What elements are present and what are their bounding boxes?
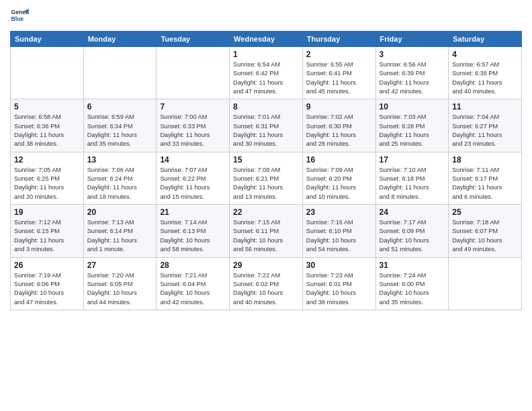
calendar-table: SundayMondayTuesdayWednesdayThursdayFrid… (10, 31, 522, 310)
day-number: 6 (87, 102, 153, 111)
day-number: 9 (306, 102, 372, 111)
day-number: 25 (452, 208, 518, 217)
calendar-day-cell: 9Sunrise: 7:02 AM Sunset: 6:30 PM Daylig… (302, 99, 375, 152)
day-info: Sunrise: 7:03 AM Sunset: 6:28 PM Dayligh… (380, 113, 445, 148)
day-number: 13 (87, 155, 153, 165)
day-info: Sunrise: 7:05 AM Sunset: 6:25 PM Dayligh… (14, 166, 80, 201)
day-info: Sunrise: 6:54 AM Sunset: 6:42 PM Dayligh… (233, 60, 299, 96)
day-info: Sunrise: 7:13 AM Sunset: 6:14 PM Dayligh… (87, 218, 153, 254)
day-info: Sunrise: 6:59 AM Sunset: 6:34 PM Dayligh… (87, 113, 153, 148)
day-number: 29 (233, 261, 299, 270)
calendar-day-cell: 8Sunrise: 7:01 AM Sunset: 6:31 PM Daylig… (230, 99, 303, 152)
day-number: 24 (380, 208, 445, 217)
calendar-week-row: 12Sunrise: 7:05 AM Sunset: 6:25 PM Dayli… (11, 152, 522, 204)
day-info: Sunrise: 7:19 AM Sunset: 6:06 PM Dayligh… (14, 271, 80, 307)
day-number: 28 (160, 261, 226, 270)
calendar-day-header: Wednesday (230, 32, 303, 47)
day-number: 17 (380, 155, 445, 165)
calendar-day-cell: 3Sunrise: 6:56 AM Sunset: 6:39 PM Daylig… (375, 47, 449, 99)
calendar-day-cell (11, 47, 84, 99)
calendar-week-row: 5Sunrise: 6:58 AM Sunset: 6:36 PM Daylig… (11, 99, 522, 152)
day-number: 12 (14, 155, 80, 165)
day-number: 4 (452, 50, 518, 59)
calendar-day-cell: 11Sunrise: 7:04 AM Sunset: 6:27 PM Dayli… (449, 99, 522, 152)
day-info: Sunrise: 7:23 AM Sunset: 6:01 PM Dayligh… (306, 271, 372, 307)
calendar-day-cell: 19Sunrise: 7:12 AM Sunset: 6:15 PM Dayli… (11, 205, 84, 257)
day-info: Sunrise: 7:14 AM Sunset: 6:13 PM Dayligh… (160, 218, 226, 254)
calendar-day-cell (157, 47, 230, 99)
day-info: Sunrise: 7:12 AM Sunset: 6:15 PM Dayligh… (14, 218, 80, 254)
day-number: 1 (233, 50, 299, 59)
calendar-day-cell: 17Sunrise: 7:10 AM Sunset: 6:18 PM Dayli… (375, 152, 449, 204)
day-number: 15 (233, 155, 299, 165)
day-info: Sunrise: 7:18 AM Sunset: 6:07 PM Dayligh… (452, 218, 518, 254)
calendar-day-header: Tuesday (157, 32, 230, 47)
calendar-day-cell: 1Sunrise: 6:54 AM Sunset: 6:42 PM Daylig… (230, 47, 303, 99)
day-number: 19 (14, 208, 80, 217)
day-info: Sunrise: 7:08 AM Sunset: 6:21 PM Dayligh… (233, 166, 299, 201)
day-info: Sunrise: 7:02 AM Sunset: 6:30 PM Dayligh… (306, 113, 372, 148)
header: General Blue (10, 7, 522, 26)
day-number: 18 (452, 155, 518, 165)
day-info: Sunrise: 7:01 AM Sunset: 6:31 PM Dayligh… (233, 113, 299, 148)
calendar-day-cell: 21Sunrise: 7:14 AM Sunset: 6:13 PM Dayli… (157, 205, 230, 257)
calendar-header-row: SundayMondayTuesdayWednesdayThursdayFrid… (11, 32, 522, 47)
calendar-day-cell: 22Sunrise: 7:15 AM Sunset: 6:11 PM Dayli… (230, 205, 303, 257)
day-number: 8 (233, 102, 299, 111)
calendar-day-cell: 27Sunrise: 7:20 AM Sunset: 6:05 PM Dayli… (83, 257, 157, 310)
day-number: 30 (306, 261, 372, 270)
calendar-day-header: Sunday (11, 32, 84, 47)
day-number: 7 (160, 102, 226, 111)
day-info: Sunrise: 7:15 AM Sunset: 6:11 PM Dayligh… (233, 218, 299, 254)
logo-icon: General Blue (10, 7, 29, 26)
svg-text:Blue: Blue (11, 15, 24, 22)
calendar-day-cell: 12Sunrise: 7:05 AM Sunset: 6:25 PM Dayli… (11, 152, 84, 204)
calendar-day-cell: 16Sunrise: 7:09 AM Sunset: 6:20 PM Dayli… (302, 152, 375, 204)
day-number: 14 (160, 155, 226, 165)
day-number: 3 (380, 50, 445, 59)
page: General Blue SundayMondayTuesdayWednesda… (0, 0, 532, 411)
calendar-day-cell: 24Sunrise: 7:17 AM Sunset: 6:09 PM Dayli… (375, 205, 449, 257)
day-number: 5 (14, 102, 80, 111)
calendar-day-cell (83, 47, 157, 99)
logo: General Blue (10, 7, 29, 26)
calendar-week-row: 19Sunrise: 7:12 AM Sunset: 6:15 PM Dayli… (11, 205, 522, 257)
calendar-day-cell: 13Sunrise: 7:06 AM Sunset: 6:24 PM Dayli… (83, 152, 157, 204)
day-number: 20 (87, 208, 153, 217)
calendar-day-cell: 23Sunrise: 7:16 AM Sunset: 6:10 PM Dayli… (302, 205, 375, 257)
day-number: 27 (87, 261, 153, 270)
calendar-day-cell (449, 257, 522, 310)
day-number: 26 (14, 261, 80, 270)
calendar-day-cell: 4Sunrise: 6:57 AM Sunset: 6:38 PM Daylig… (449, 47, 522, 99)
day-number: 2 (306, 50, 372, 59)
calendar-day-cell: 5Sunrise: 6:58 AM Sunset: 6:36 PM Daylig… (11, 99, 84, 152)
calendar-day-cell: 14Sunrise: 7:07 AM Sunset: 6:22 PM Dayli… (157, 152, 230, 204)
calendar-day-cell: 18Sunrise: 7:11 AM Sunset: 6:17 PM Dayli… (449, 152, 522, 204)
day-info: Sunrise: 7:06 AM Sunset: 6:24 PM Dayligh… (87, 166, 153, 201)
calendar-day-cell: 20Sunrise: 7:13 AM Sunset: 6:14 PM Dayli… (83, 205, 157, 257)
day-number: 22 (233, 208, 299, 217)
calendar-day-cell: 2Sunrise: 6:55 AM Sunset: 6:41 PM Daylig… (302, 47, 375, 99)
day-info: Sunrise: 7:11 AM Sunset: 6:17 PM Dayligh… (452, 166, 518, 201)
day-number: 11 (452, 102, 518, 111)
day-info: Sunrise: 7:10 AM Sunset: 6:18 PM Dayligh… (380, 166, 445, 201)
calendar-day-header: Monday (83, 32, 157, 47)
calendar-day-header: Saturday (449, 32, 522, 47)
day-info: Sunrise: 7:07 AM Sunset: 6:22 PM Dayligh… (160, 166, 226, 201)
day-info: Sunrise: 6:57 AM Sunset: 6:38 PM Dayligh… (452, 60, 518, 96)
day-info: Sunrise: 7:09 AM Sunset: 6:20 PM Dayligh… (306, 166, 372, 201)
day-info: Sunrise: 6:55 AM Sunset: 6:41 PM Dayligh… (306, 60, 372, 96)
day-number: 10 (380, 102, 445, 111)
calendar-day-cell: 25Sunrise: 7:18 AM Sunset: 6:07 PM Dayli… (449, 205, 522, 257)
calendar-day-cell: 7Sunrise: 7:00 AM Sunset: 6:33 PM Daylig… (157, 99, 230, 152)
day-info: Sunrise: 7:24 AM Sunset: 6:00 PM Dayligh… (380, 271, 445, 307)
calendar-day-cell: 29Sunrise: 7:22 AM Sunset: 6:02 PM Dayli… (230, 257, 303, 310)
calendar-day-header: Thursday (302, 32, 375, 47)
day-info: Sunrise: 7:00 AM Sunset: 6:33 PM Dayligh… (160, 113, 226, 148)
day-info: Sunrise: 7:22 AM Sunset: 6:02 PM Dayligh… (233, 271, 299, 307)
day-number: 31 (380, 261, 445, 270)
day-info: Sunrise: 7:04 AM Sunset: 6:27 PM Dayligh… (452, 113, 518, 148)
day-info: Sunrise: 7:20 AM Sunset: 6:05 PM Dayligh… (87, 271, 153, 307)
day-number: 21 (160, 208, 226, 217)
calendar-day-cell: 31Sunrise: 7:24 AM Sunset: 6:00 PM Dayli… (375, 257, 449, 310)
